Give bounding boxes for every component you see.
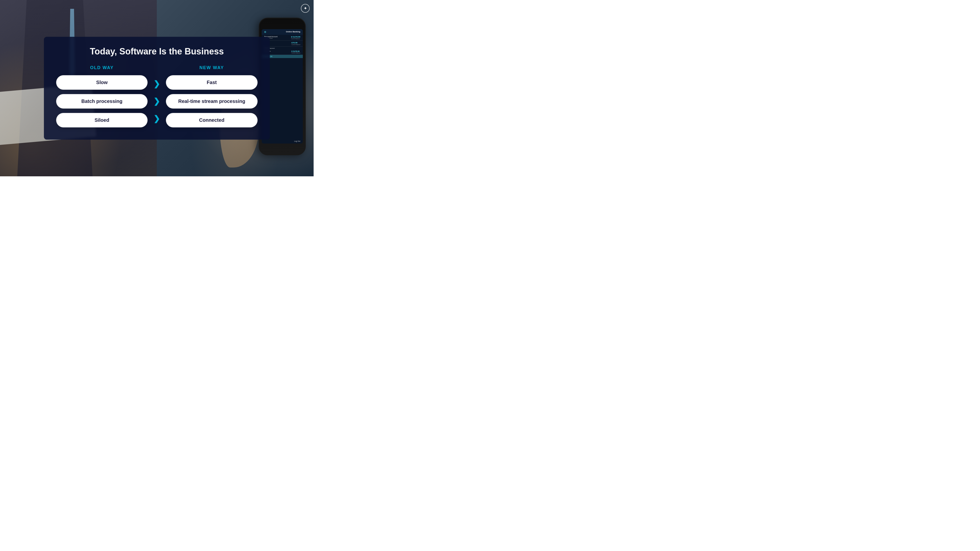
old-item-slow: Slow [56,75,148,90]
phone-header: Online Banking ⊙ [262,29,302,35]
old-way-items: Slow Batch processing Siloed [56,75,148,127]
phone-logout[interactable]: Log Out [262,139,302,143]
balance-2: 678.99 Current Balance [291,41,301,45]
arrow-1: ❯ [154,80,160,88]
arrow-column: ❯ ❯ ❯ [154,75,160,127]
new-item-connected: Connected [166,113,258,127]
new-item-fast: Fast [166,75,258,90]
balance-3: $ 5,678.99 Current Balance [291,51,301,54]
arrow-3: ❯ [154,114,160,122]
phone-notch [273,18,291,24]
new-item-realtime: Real-time stream processing [166,94,258,108]
arrow-2: ❯ [154,97,160,105]
personal-account-balance: $ 5,678.99 Current Balance [291,36,301,40]
old-item-siloed: Siloed [56,113,148,127]
online-banking-label: Online Banking [286,30,301,33]
compass-symbol: ✦ [304,6,307,11]
arrow-header-spacer [154,65,160,75]
compass-icon[interactable]: ✦ [301,4,310,13]
main-panel: Today, Software Is the Business OLD WAY … [44,37,270,140]
old-way-header: OLD WAY [56,65,148,70]
old-item-batch: Batch processing [56,94,148,108]
comparison-grid: OLD WAY NEW WAY Slow Batch processing Si… [56,65,258,127]
new-way-items: Fast Real-time stream processing Connect… [166,75,258,127]
panel-title: Today, Software Is the Business [56,46,258,56]
new-way-header: NEW WAY [166,65,258,70]
